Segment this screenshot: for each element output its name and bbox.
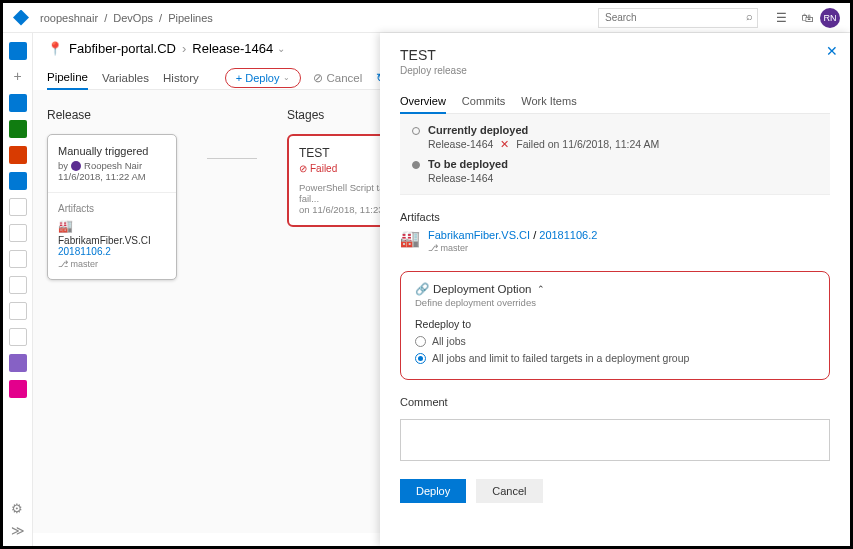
panel-artifacts-label: Artifacts bbox=[400, 211, 830, 223]
artifact-icon: 🏭 bbox=[400, 229, 420, 248]
breadcrumb-org[interactable]: roopeshnair bbox=[40, 12, 98, 24]
bullet-icon bbox=[412, 127, 420, 135]
top-bar: roopeshnair / DevOps / Pipelines ⌕ ☰ 🛍 R… bbox=[3, 3, 850, 33]
artifact-version-link[interactable]: 20181106.2 bbox=[539, 229, 597, 241]
nav-item-icon[interactable] bbox=[9, 198, 27, 216]
left-nav-rail: + ⚙ ≫ bbox=[3, 33, 33, 546]
radio-all-jobs[interactable]: All jobs bbox=[415, 335, 815, 347]
release-column-header: Release bbox=[47, 108, 177, 122]
nav-item-icon[interactable] bbox=[9, 224, 27, 242]
breadcrumb-project[interactable]: DevOps bbox=[113, 12, 153, 24]
artifact-icon: 🏭 bbox=[58, 219, 166, 233]
nav-item-icon[interactable] bbox=[9, 250, 27, 268]
artifact-branch: ⎇ master bbox=[428, 243, 597, 253]
user-avatar-icon bbox=[71, 161, 81, 171]
breadcrumb: roopeshnair / DevOps / Pipelines bbox=[37, 12, 598, 24]
failed-x-icon: ✕ bbox=[500, 138, 509, 150]
to-be-deployed-value: Release-1464 bbox=[428, 172, 508, 184]
trigger-label: Manually triggered bbox=[58, 145, 166, 157]
chevron-up-icon: ⌃ bbox=[537, 284, 545, 294]
nav-item-icon[interactable] bbox=[9, 380, 27, 398]
artifacts-label: Artifacts bbox=[58, 203, 166, 214]
bullet-icon bbox=[412, 161, 420, 169]
nav-pipelines-icon[interactable] bbox=[9, 146, 27, 164]
nav-artifacts-icon[interactable] bbox=[9, 354, 27, 372]
artifact-name: FabrikamFiber.VS.CI bbox=[58, 235, 166, 246]
panel-title: TEST bbox=[400, 47, 830, 63]
currently-deployed-value: Release-1464 ✕ Failed on 11/6/2018, 11:2… bbox=[428, 138, 659, 150]
search-icon[interactable]: ⌕ bbox=[746, 10, 753, 22]
shopping-bag-icon[interactable]: 🛍 bbox=[799, 10, 815, 26]
panel-cancel-button[interactable]: Cancel bbox=[476, 479, 542, 503]
triggered-by: byRoopesh Nair bbox=[58, 160, 166, 171]
deployment-option-sub: Define deployment overrides bbox=[415, 297, 815, 308]
nav-boards-icon[interactable] bbox=[9, 94, 27, 112]
pipeline-name[interactable]: Fabfiber-portal.CD bbox=[69, 41, 176, 56]
close-icon[interactable]: ✕ bbox=[826, 43, 838, 59]
chevron-down-icon[interactable]: ⌄ bbox=[277, 43, 285, 54]
panel-tab-work-items[interactable]: Work Items bbox=[521, 90, 576, 113]
collapse-icon[interactable]: ≫ bbox=[11, 523, 25, 538]
currently-deployed-label: Currently deployed bbox=[428, 124, 659, 136]
trigger-date: 11/6/2018, 11:22 AM bbox=[58, 171, 166, 182]
nav-item-icon[interactable] bbox=[9, 328, 27, 346]
panel-tab-overview[interactable]: Overview bbox=[400, 90, 446, 114]
tab-variables[interactable]: Variables bbox=[102, 67, 149, 89]
nav-overview-icon[interactable] bbox=[9, 42, 27, 60]
nav-tests-icon[interactable] bbox=[9, 172, 27, 190]
nav-item-icon[interactable] bbox=[9, 302, 27, 320]
artifact-version[interactable]: 20181106.2 bbox=[58, 246, 166, 257]
release-card[interactable]: Manually triggered byRoopesh Nair 11/6/2… bbox=[47, 134, 177, 280]
release-name[interactable]: Release-1464 bbox=[192, 41, 273, 56]
avatar[interactable]: RN bbox=[820, 8, 840, 28]
deployment-option-section: 🔗Deployment Option⌃ Define deployment ov… bbox=[400, 271, 830, 380]
comment-input[interactable] bbox=[400, 419, 830, 461]
artifact-branch: ⎇ master bbox=[58, 259, 166, 269]
list-icon[interactable]: ☰ bbox=[773, 10, 789, 26]
settings-gear-icon[interactable]: ⚙ bbox=[11, 501, 23, 516]
cancel-button[interactable]: ⊘Cancel bbox=[313, 71, 362, 85]
deploy-panel: ✕ TEST Deploy release Overview Commits W… bbox=[380, 33, 850, 546]
nav-item-icon[interactable] bbox=[9, 276, 27, 294]
release-icon: 📍 bbox=[47, 41, 63, 56]
radio-failed-targets[interactable]: All jobs and limit to failed targets in … bbox=[415, 352, 815, 364]
connector-line bbox=[207, 158, 257, 159]
artifact-name-link[interactable]: FabrikamFiber.VS.CI bbox=[428, 229, 530, 241]
breadcrumb-section[interactable]: Pipelines bbox=[168, 12, 213, 24]
deployment-option-header[interactable]: 🔗Deployment Option⌃ bbox=[415, 282, 815, 296]
panel-deploy-button[interactable]: Deploy bbox=[400, 479, 466, 503]
tab-history[interactable]: History bbox=[163, 67, 199, 89]
panel-subtitle: Deploy release bbox=[400, 65, 830, 76]
azure-devops-logo[interactable] bbox=[13, 10, 29, 26]
deploy-button[interactable]: Deploy⌄ bbox=[225, 68, 302, 88]
nav-repos-icon[interactable] bbox=[9, 120, 27, 138]
search-input[interactable] bbox=[598, 8, 758, 28]
link-icon: 🔗 bbox=[415, 282, 429, 296]
tab-pipeline[interactable]: Pipeline bbox=[47, 66, 88, 90]
comment-label: Comment bbox=[400, 396, 830, 408]
nav-add-icon[interactable]: + bbox=[9, 68, 27, 86]
redeploy-to-label: Redeploy to bbox=[415, 318, 815, 330]
to-be-deployed-label: To be deployed bbox=[428, 158, 508, 170]
panel-tab-commits[interactable]: Commits bbox=[462, 90, 505, 113]
